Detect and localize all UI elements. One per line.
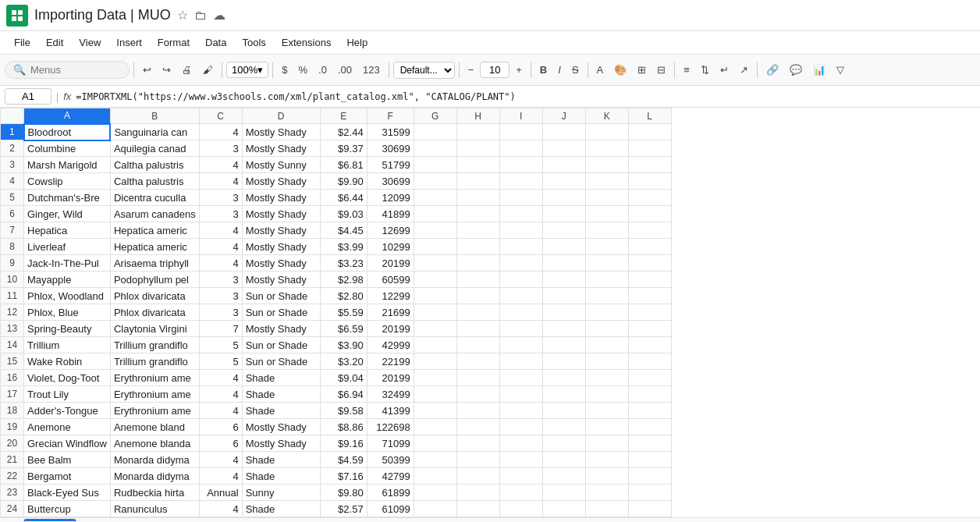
cell-d-23[interactable]: Sunny xyxy=(242,485,320,501)
cell-l-7[interactable] xyxy=(628,222,671,239)
col-header-l[interactable]: L xyxy=(628,108,671,124)
cell-e-16[interactable]: $9.04 xyxy=(320,370,367,386)
cell-f-12[interactable]: 21699 xyxy=(367,304,414,321)
cell-h-17[interactable] xyxy=(456,386,499,403)
cell-b-6[interactable]: Asarum canadens xyxy=(110,206,199,222)
cell-d-20[interactable]: Mostly Shady xyxy=(242,435,320,452)
cell-d-21[interactable]: Shade xyxy=(242,452,320,468)
cell-d-11[interactable]: Sun or Shade xyxy=(242,288,320,304)
cell-c-7[interactable]: 4 xyxy=(199,222,242,239)
cell-f-20[interactable]: 71099 xyxy=(367,435,414,452)
cell-l-17[interactable] xyxy=(628,386,671,403)
align-button[interactable]: ≡ xyxy=(679,61,694,79)
cell-l-9[interactable] xyxy=(628,255,671,272)
highlight-color-button[interactable]: 🎨 xyxy=(609,61,631,79)
cell-d-24[interactable]: Shade xyxy=(242,501,320,517)
cell-c-4[interactable]: 4 xyxy=(199,173,242,190)
cell-j-24[interactable] xyxy=(542,501,585,517)
cell-e-11[interactable]: $2.80 xyxy=(320,288,367,304)
cell-d-9[interactable]: Mostly Shady xyxy=(242,255,320,272)
cell-a-2[interactable]: Columbine xyxy=(24,140,111,157)
cell-b-20[interactable]: Anemone blanda xyxy=(110,435,199,452)
cell-e-19[interactable]: $8.86 xyxy=(320,419,367,435)
cell-h-16[interactable] xyxy=(456,370,499,386)
cell-i-22[interactable] xyxy=(499,468,542,485)
cell-b-17[interactable]: Erythronium ame xyxy=(110,386,199,403)
cell-k-9[interactable] xyxy=(585,255,628,272)
cell-g-24[interactable] xyxy=(414,501,456,517)
cell-b-23[interactable]: Rudbeckia hirta xyxy=(110,485,199,501)
menu-help[interactable]: Help xyxy=(339,34,375,51)
font-size-input[interactable] xyxy=(480,62,510,78)
col-header-f[interactable]: F xyxy=(367,108,414,124)
cell-b-18[interactable]: Erythronium ame xyxy=(110,403,199,419)
cell-b-16[interactable]: Erythronium ame xyxy=(110,370,199,386)
cell-g-4[interactable] xyxy=(414,173,456,190)
cell-i-16[interactable] xyxy=(499,370,542,386)
cell-l-4[interactable] xyxy=(628,173,671,190)
cell-k-1[interactable] xyxy=(585,124,628,140)
cell-e-17[interactable]: $6.94 xyxy=(320,386,367,403)
cell-c-23[interactable]: Annual xyxy=(199,485,242,501)
cell-k-7[interactable] xyxy=(585,222,628,239)
font-size-decrease[interactable]: − xyxy=(463,61,479,79)
cell-c-6[interactable]: 3 xyxy=(199,206,242,222)
cell-l-20[interactable] xyxy=(628,435,671,452)
cell-d-5[interactable]: Mostly Shady xyxy=(242,190,320,206)
menu-view[interactable]: View xyxy=(71,34,108,51)
cell-b-12[interactable]: Phlox divaricata xyxy=(110,304,199,321)
cell-i-9[interactable] xyxy=(499,255,542,272)
cell-f-1[interactable]: 31599 xyxy=(367,124,414,140)
cell-j-4[interactable] xyxy=(542,173,585,190)
cell-l-12[interactable] xyxy=(628,304,671,321)
cell-j-13[interactable] xyxy=(542,321,585,337)
cell-c-18[interactable]: 4 xyxy=(199,403,242,419)
cell-c-5[interactable]: 3 xyxy=(199,190,242,206)
cell-b-21[interactable]: Monarda didyma xyxy=(110,452,199,468)
cell-c-10[interactable]: 3 xyxy=(199,272,242,288)
link-button[interactable]: 🔗 xyxy=(762,61,783,79)
cell-d-12[interactable]: Sun or Shade xyxy=(242,304,320,321)
col-header-c[interactable]: C xyxy=(199,108,242,124)
cell-f-6[interactable]: 41899 xyxy=(367,206,414,222)
cell-c-3[interactable]: 4 xyxy=(199,157,242,173)
cell-f-18[interactable]: 41399 xyxy=(367,403,414,419)
cell-f-17[interactable]: 32499 xyxy=(367,386,414,403)
cell-h-9[interactable] xyxy=(456,255,499,272)
cell-i-23[interactable] xyxy=(499,485,542,501)
cell-a-13[interactable]: Spring-Beauty xyxy=(24,321,111,337)
comment-button[interactable]: 💬 xyxy=(785,61,807,79)
cell-h-7[interactable] xyxy=(456,222,499,239)
cell-c-1[interactable]: 4 xyxy=(199,124,242,140)
cell-d-15[interactable]: Sun or Shade xyxy=(242,353,320,370)
cell-j-17[interactable] xyxy=(542,386,585,403)
cell-g-11[interactable] xyxy=(414,288,456,304)
col-header-a[interactable]: A xyxy=(24,108,111,124)
cell-a-4[interactable]: Cowslip xyxy=(24,173,111,190)
cell-d-13[interactable]: Mostly Shady xyxy=(242,321,320,337)
menu-data[interactable]: Data xyxy=(197,34,234,51)
cell-b-2[interactable]: Aquilegia canad xyxy=(110,140,199,157)
cell-h-12[interactable] xyxy=(456,304,499,321)
menu-tools[interactable]: Tools xyxy=(234,34,273,51)
cell-f-2[interactable]: 30699 xyxy=(367,140,414,157)
menu-file[interactable]: File xyxy=(6,34,38,51)
rotate-button[interactable]: ↗ xyxy=(735,61,753,79)
cell-l-16[interactable] xyxy=(628,370,671,386)
col-header-h[interactable]: H xyxy=(456,108,499,124)
cell-i-5[interactable] xyxy=(499,190,542,206)
cell-k-3[interactable] xyxy=(585,157,628,173)
cell-c-20[interactable]: 6 xyxy=(199,435,242,452)
cell-k-14[interactable] xyxy=(585,337,628,353)
cell-j-19[interactable] xyxy=(542,419,585,435)
cell-c-22[interactable]: 4 xyxy=(199,468,242,485)
cell-h-10[interactable] xyxy=(456,272,499,288)
decimal-less-button[interactable]: .0 xyxy=(314,61,332,79)
cell-h-6[interactable] xyxy=(456,206,499,222)
cell-g-17[interactable] xyxy=(414,386,456,403)
cell-i-10[interactable] xyxy=(499,272,542,288)
cell-a-17[interactable]: Trout Lily xyxy=(24,386,111,403)
cell-a-12[interactable]: Phlox, Blue xyxy=(24,304,111,321)
cell-h-15[interactable] xyxy=(456,353,499,370)
percent-button[interactable]: % xyxy=(293,61,312,79)
